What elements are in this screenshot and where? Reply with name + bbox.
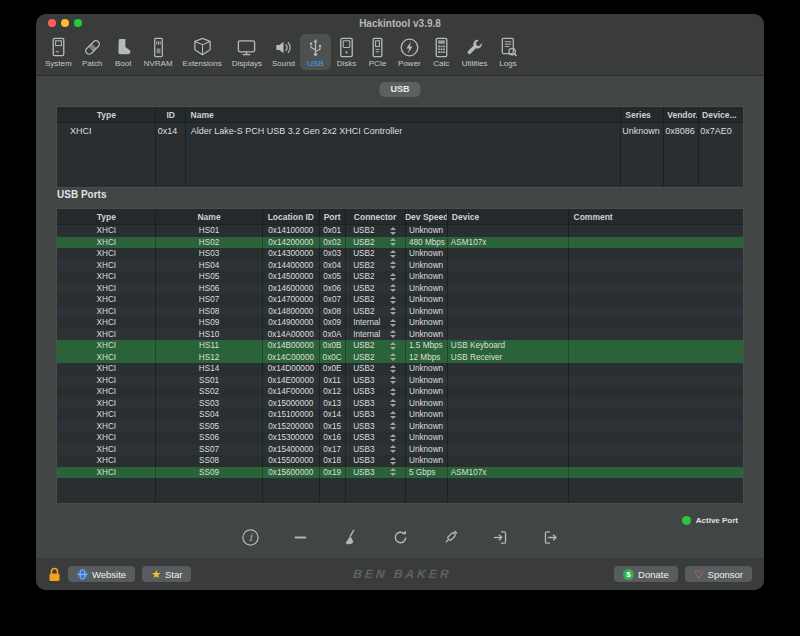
toolbar-item-disks[interactable]: Disks [331, 34, 362, 70]
ports-col-header[interactable]: Location ID [262, 209, 319, 224]
port-row-SS04[interactable]: XHCISS040x151000000x14USB3Unknown [57, 409, 743, 421]
minimize-button[interactable] [61, 19, 69, 27]
port-row-HS04[interactable]: XHCIHS040x144000000x04USB2Unknown [57, 260, 743, 272]
connector-popup[interactable]: USB3 [345, 455, 405, 467]
connector-popup[interactable]: USB3 [345, 421, 405, 433]
toolbar-item-utilities[interactable]: Utilities [457, 34, 493, 70]
controllers-col-header[interactable]: Name [186, 107, 620, 122]
ports-col-header[interactable]: Dev Speed [405, 209, 447, 224]
sponsor-button[interactable]: ♡ Sponsor [685, 566, 752, 582]
import-button[interactable] [491, 528, 510, 547]
port-row-SS01[interactable]: XHCISS010x14E000000x11USB3Unknown [57, 375, 743, 387]
toolbar-item-extensions[interactable]: Extensions [178, 34, 227, 70]
toolbar-item-usb[interactable]: USB [300, 34, 331, 70]
ports-col-header[interactable]: Comment [568, 209, 744, 224]
controllers-col-header[interactable]: Type [57, 107, 156, 122]
export-button[interactable] [541, 528, 560, 547]
connector-popup[interactable]: USB2 [345, 248, 405, 260]
toolbar-item-patch[interactable]: Patch [77, 34, 108, 70]
port-row-HS07[interactable]: XHCIHS070x147000000x07USB2Unknown [57, 294, 743, 306]
toolbar-item-displays[interactable]: Displays [227, 34, 267, 70]
port-row-HS11[interactable]: XHCIHS110x14B000000x0BUSB21.5 MbpsUSB Ke… [57, 340, 743, 352]
connector-popup[interactable]: USB3 [345, 432, 405, 444]
port-row-HS01[interactable]: XHCIHS010x141000000x01USB2Unknown [57, 225, 743, 237]
connector-popup[interactable]: USB3 [345, 375, 405, 387]
toolbar-item-pcie[interactable]: PCIe [362, 34, 393, 70]
connector-popup[interactable]: USB2 [345, 283, 405, 295]
connector-popup[interactable]: USB2 [345, 363, 405, 375]
port-row-SS05[interactable]: XHCISS050x152000000x15USB3Unknown [57, 421, 743, 433]
port-row-HS02[interactable]: XHCIHS020x142000000x02USB2480 MbpsASM107… [57, 237, 743, 249]
star-button[interactable]: ★ Star [142, 566, 191, 582]
port-row-SS08[interactable]: XHCISS080x155000000x18USB3Unknown [57, 455, 743, 467]
website-button[interactable]: Website [68, 566, 135, 582]
connector-popup[interactable]: USB3 [345, 386, 405, 398]
connector-popup[interactable]: USB2 [345, 340, 405, 352]
port-cell: HS07 [156, 294, 263, 306]
port-cell: HS05 [156, 271, 263, 283]
connector-popup[interactable]: USB3 [345, 444, 405, 456]
toolbar-item-power[interactable]: Power [393, 34, 426, 70]
connector-popup[interactable]: USB2 [345, 225, 405, 237]
toolbar-item-calc[interactable]: Calc [426, 34, 457, 70]
port-row-SS06[interactable]: XHCISS060x153000000x16USB3Unknown [57, 432, 743, 444]
connector-popup[interactable]: USB2 [345, 306, 405, 318]
zoom-button[interactable] [74, 19, 82, 27]
toolbar-item-boot[interactable]: Boot [108, 34, 139, 70]
connector-popup[interactable]: Internal [345, 317, 405, 329]
tab-usb[interactable]: USB [379, 82, 420, 97]
port-cell: XHCI [57, 248, 156, 260]
port-cell: SS03 [156, 398, 263, 410]
port-row-SS09[interactable]: XHCISS090x156000000x19USB35 GbpsASM107x [57, 467, 743, 479]
controllers-col-header[interactable]: Device... [697, 107, 743, 122]
port-cell: Unknown [405, 409, 447, 421]
port-row-HS03[interactable]: XHCIHS030x143000000x03USB2Unknown [57, 248, 743, 260]
toolbar-item-logs[interactable]: Logs [493, 34, 524, 70]
inject-button[interactable] [441, 528, 460, 547]
port-row-SS07[interactable]: XHCISS070x154000000x17USB3Unknown [57, 444, 743, 456]
port-row-HS06[interactable]: XHCIHS060x146000000x06USB2Unknown [57, 283, 743, 295]
connector-popup[interactable]: USB2 [345, 271, 405, 283]
lock-icon[interactable] [48, 567, 61, 582]
connector-popup[interactable]: USB3 [345, 398, 405, 410]
controllers-col-header[interactable]: Vendor... [662, 107, 697, 122]
port-row-HS09[interactable]: XHCIHS090x149000000x09InternalUnknown [57, 317, 743, 329]
port-row-HS10[interactable]: XHCIHS100x14A000000x0AInternalUnknown [57, 329, 743, 341]
port-row-HS05[interactable]: XHCIHS050x145000000x05USB2Unknown [57, 271, 743, 283]
info-button[interactable]: i [241, 528, 260, 547]
toolbar-item-nvram[interactable]: NVRAM [139, 34, 178, 70]
ports-col-header[interactable]: Device [447, 209, 568, 224]
connector-popup[interactable]: USB2 [345, 260, 405, 272]
controllers-col-header[interactable]: ID [156, 107, 186, 122]
remove-button[interactable] [291, 528, 310, 547]
connector-popup[interactable]: USB2 [345, 352, 405, 364]
donate-button[interactable]: $ Donate [614, 566, 678, 582]
controllers-col-header[interactable]: Series [619, 107, 662, 122]
ports-col-header[interactable]: Connector [345, 209, 405, 224]
port-row-HS12[interactable]: XHCIHS120x14C000000x0CUSB212 MbpsUSB Rec… [57, 352, 743, 364]
port-cell: 0x15500000 [262, 455, 319, 467]
refresh-button[interactable] [391, 528, 410, 547]
controller-row[interactable]: XHCI0x14Alder Lake-S PCH USB 3.2 Gen 2x2… [57, 123, 743, 140]
connector-popup[interactable]: USB3 [345, 409, 405, 421]
clean-button[interactable] [341, 528, 360, 547]
port-row-SS02[interactable]: XHCISS020x14F000000x12USB3Unknown [57, 386, 743, 398]
connector-popup[interactable]: USB3 [345, 467, 405, 479]
toolbar-item-label: System [45, 59, 72, 68]
port-row-SS03[interactable]: XHCISS030x150000000x13USB3Unknown [57, 398, 743, 410]
ports-col-header[interactable]: Type [57, 209, 156, 224]
toolbar-item-sound[interactable]: Sound [267, 34, 300, 70]
connector-popup[interactable]: USB2 [345, 294, 405, 306]
port-row-HS08[interactable]: XHCIHS080x148000000x08USB2Unknown [57, 306, 743, 318]
ports-col-header[interactable]: Name [156, 209, 263, 224]
ports-col-header[interactable]: Port [319, 209, 345, 224]
connector-popup[interactable]: Internal [345, 329, 405, 341]
port-row-HS14[interactable]: XHCIHS140x14D000000x0EUSB2Unknown [57, 363, 743, 375]
port-cell: XHCI [57, 467, 156, 479]
actions-toolbar: i [36, 528, 764, 547]
titlebar[interactable]: Hackintool v3.9.8 [36, 14, 764, 31]
toolbar-item-system[interactable]: System [40, 34, 77, 70]
toolbar-item-label: Patch [82, 59, 102, 68]
close-button[interactable] [48, 19, 56, 27]
connector-popup[interactable]: USB2 [345, 237, 405, 249]
